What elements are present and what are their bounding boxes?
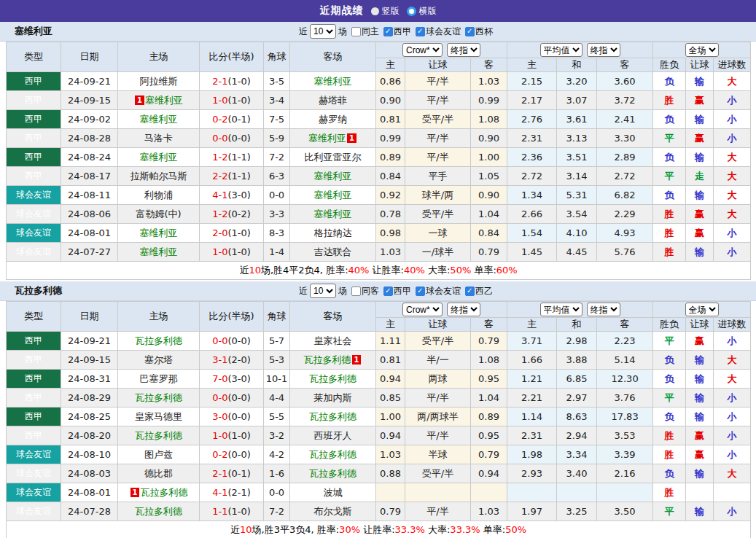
league-checkbox-cup[interactable] [465,27,475,36]
corner-cell: 7-2 [264,502,290,521]
avg-home-odds: 1.98 [507,445,557,464]
same-venue-checkbox[interactable] [351,286,361,296]
avg-home-odds: 3.71 [507,332,557,351]
halftime-score: (1-1) [227,152,250,163]
result-wdl: 负 [653,370,686,389]
team-name-text: 布尔戈斯 [314,506,352,517]
layout-radio-horizontal[interactable]: 横版 [407,5,437,17]
crow-odds-group: Crow*终指 [376,42,507,58]
crow-handicap: 平/半 [405,502,471,521]
score-cell: 7-0(3-0) [200,370,264,389]
team-link[interactable]: 塞维利亚 [314,208,352,219]
league-checkbox-laliga[interactable] [383,27,393,36]
match-row: 西甲24-08-20瓦拉多利德1-0(1-0)3-2西班牙人0.94平/半0.9… [7,426,751,445]
avg-home-odds: 2.72 [507,167,557,186]
league-checkbox-friendly[interactable] [416,27,425,36]
team-link[interactable]: 瓦拉多利德 [309,373,356,384]
result-handicap: 赢 [686,445,714,464]
team-link[interactable]: 塞维利亚 [314,76,352,87]
full-match-select[interactable]: 全场 [685,303,719,316]
summary-part: 单率: [480,524,506,535]
score-cell: 3-0(0-0) [200,408,264,426]
crow-odds-select[interactable]: Crow* [402,303,443,316]
avg-home-odds: 2.66 [507,205,557,224]
fulltime-score: 2-1 [212,468,227,479]
team-link[interactable]: 塞维利亚 [140,114,178,125]
full-match-select[interactable]: 全场 [685,43,719,57]
team-link[interactable]: 塞维利亚 [145,95,183,106]
layout-radio-vertical[interactable]: 竖版 [371,5,400,17]
score-cell: 3-1(2-0) [200,351,264,370]
avg-odds-group: 平均值终指 [507,42,653,58]
team-link[interactable]: 塞维利亚 [314,190,352,200]
result-goals: 大 [714,370,751,389]
col-handicap-result: 让球 [686,318,714,332]
corner-cell: 8-3 [264,224,290,243]
team-link[interactable]: 瓦拉多利德 [304,354,351,365]
team-link[interactable]: 塞维利亚 [140,152,178,163]
result-handicap: 走 [686,167,714,186]
score-cell: 0-0(0-0) [200,389,264,408]
halftime-score: (0-0) [227,133,250,144]
avg-away-odds: 17.83 [597,408,653,426]
result-handicap: 赢 [686,224,714,243]
crow-handicap: 受平/半 [405,464,471,483]
league-checkbox-laliga[interactable] [383,286,393,296]
result-wdl: 平 [653,502,686,521]
away-team-cell: 塞维利亚 [290,186,376,205]
final-avg-select[interactable]: 终指 [587,43,620,57]
home-team-cell: 塞维利亚 [118,243,200,262]
halftime-score: (0-1) [227,468,250,479]
result-handicap: 赢 [686,129,714,148]
summary-row: 近10场,胜3平3负4, 胜率:30% 让胜率:33.3% 大率:33.3% 单… [7,521,751,538]
result-goals: 大 [714,167,751,186]
team-link[interactable]: 塞维利亚 [140,246,178,257]
avg-odds-select[interactable]: 平均值 [540,43,582,57]
red-card-badge: 1 [352,355,362,364]
radio-unselected-icon[interactable] [407,7,416,16]
team-link[interactable]: 瓦拉多利德 [135,430,182,441]
team-link[interactable]: 瓦拉多利德 [140,487,187,498]
section-head-valladolid: 瓦拉多利德 近 10 场 同客 西甲 球会友谊 西乙 [0,281,756,301]
crow-home-odds: 0.98 [376,224,405,243]
match-row: 球会友谊24-08-011瓦拉多利德4-1(2-1)0-0波城胜 [7,483,751,502]
league-checkbox-segunda[interactable] [465,286,475,296]
away-team-cell: 赫罗纳 [290,110,376,129]
final-odds-select[interactable]: 终指 [447,43,480,57]
team-link[interactable]: 瓦拉多利德 [309,468,356,479]
col-crow-home: 主 [376,318,405,332]
team-link[interactable]: 瓦拉多利德 [135,392,182,403]
crow-odds-select[interactable]: Crow* [402,43,443,57]
match-row: 球会友谊24-08-10图卢兹0-2(0-0)4-2瓦拉多利德1.03半球0.7… [7,445,751,464]
league-type-cell: 球会友谊 [7,186,61,205]
radio-selected-icon[interactable] [371,7,379,15]
date-cell: 24-09-02 [61,110,118,129]
final-avg-select[interactable]: 终指 [587,303,620,316]
team-link[interactable]: 瓦拉多利德 [309,449,356,460]
match-count-select[interactable]: 10 [310,24,336,39]
avg-away-odds: 2.41 [597,110,653,129]
same-venue-checkbox[interactable] [351,27,361,36]
corner-cell: 5-7 [264,332,290,351]
date-cell: 24-08-01 [61,483,118,502]
team-link[interactable]: 瓦拉多利德 [135,506,182,517]
result-handicap: 输 [686,502,714,521]
team-link[interactable]: 瓦拉多利德 [135,335,182,346]
team-link[interactable]: 塞维利亚 [314,171,352,182]
team-link[interactable]: 瓦拉多利德 [309,411,356,422]
corner-cell: 4-4 [264,389,290,408]
away-team-cell: 塞维利亚 [290,167,376,186]
avg-odds-select[interactable]: 平均值 [540,303,582,316]
team-link[interactable]: 塞维利亚 [140,227,178,238]
crow-away-odds: 0.94 [471,464,507,483]
final-odds-select[interactable]: 终指 [447,303,480,316]
team-link[interactable]: 塞维利亚 [308,133,346,144]
avg-draw-odds: 4.45 [557,243,597,262]
match-row: 球会友谊24-08-11利物浦4-1(3-0)0-0塞维利亚0.92球半/两0.… [7,186,751,205]
league-label-laliga: 西甲 [394,26,411,38]
team-name-text: 德比郡 [144,468,173,479]
league-checkbox-friendly[interactable] [416,286,425,296]
match-count-select[interactable]: 10 [310,284,336,298]
crow-home-odds: 1.03 [376,445,405,464]
fulltime-score: 3-0 [212,411,227,422]
